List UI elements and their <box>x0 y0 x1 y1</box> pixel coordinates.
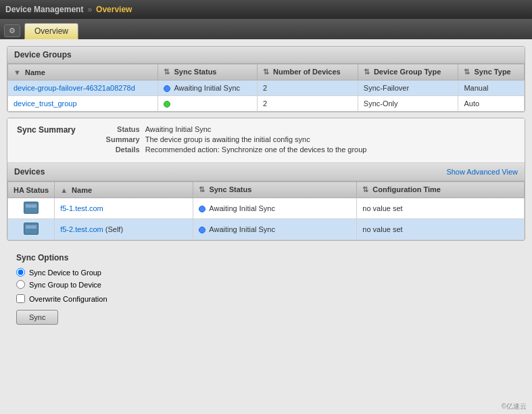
col-name[interactable]: ▼ Name <box>8 64 158 80</box>
radio-sync-device-input[interactable] <box>16 268 25 277</box>
summary-label: Summary <box>96 135 140 143</box>
radio-sync-device-label: Sync Device to Group <box>29 269 101 277</box>
col-sync-status[interactable]: ⇅ Sync Status <box>158 64 258 80</box>
status-dot-icon <box>164 85 170 92</box>
device-group-num-cell: 2 <box>257 96 358 112</box>
device-name-sort-icon: ▲ <box>60 186 68 194</box>
device-group-sync-cell <box>158 96 258 112</box>
details-label: Details <box>96 145 140 154</box>
device-group-name-link[interactable]: device_trust_group <box>14 99 77 108</box>
overwrite-config-label: Overwrite Configuration <box>29 295 107 303</box>
device-groups-card: Device Groups ▼ Name ⇅ Sync Status ⇅ Num… <box>7 46 525 112</box>
nav-separator: » <box>87 5 92 14</box>
radio-sync-group-label: Sync Group to Device <box>29 281 101 289</box>
device-name-link[interactable]: f5-2.test.com <box>60 225 103 233</box>
show-advanced-link[interactable]: Show Advanced View <box>446 168 518 176</box>
config-sort-icon: ⇅ <box>362 185 368 193</box>
synctype-sort-icon: ⇅ <box>464 68 470 76</box>
devices-title: Devices <box>14 167 45 177</box>
device-group-name-cell: device-group-failover-46321a08278d <box>8 80 158 96</box>
col-device-sync[interactable]: ⇅ Sync Status <box>193 182 357 198</box>
sync-options-title: Sync Options <box>16 253 516 262</box>
type-sort-icon: ⇅ <box>364 68 370 76</box>
devices-table: HA Status ▲ Name ⇅ Sync Status ⇅ Configu… <box>7 181 525 240</box>
device-name-cell: f5-2.test.com (Self) <box>55 219 193 240</box>
col-config-time[interactable]: ⇅ Configuration Time <box>357 182 525 198</box>
col-ha-status: HA Status <box>8 182 55 198</box>
radio-sync-group: Sync Group to Device <box>16 280 516 289</box>
status-dot-icon <box>199 227 205 233</box>
device-groups-table: ▼ Name ⇅ Sync Status ⇅ Number of Devices… <box>7 64 525 112</box>
summary-value: The device group is awaiting the initial… <box>145 135 310 143</box>
main-content: Device Groups ▼ Name ⇅ Sync Status ⇅ Num… <box>0 39 532 414</box>
device-group-name-link[interactable]: device-group-failover-46321a08278d <box>14 84 135 92</box>
details-value: Recommended action: Synchronize one of t… <box>145 145 367 154</box>
device-group-sync-cell: Awaiting Initial Sync <box>158 80 258 96</box>
sync-summary-section: Sync Summary Status Awaiting Initial Syn… <box>7 118 525 163</box>
table-row[interactable]: f5-2.test.com (Self)Awaiting Initial Syn… <box>8 219 525 240</box>
device-name-cell: f5-1.test.com <box>55 198 193 219</box>
sync-summary-title: Sync Summary <box>17 125 76 152</box>
sync-button[interactable]: Sync <box>16 310 58 325</box>
device-group-synctype-cell: Manual <box>458 80 525 96</box>
status-label: Status <box>96 125 140 133</box>
ha-status-icon <box>24 202 39 214</box>
col-sync-type[interactable]: ⇅ Sync Type <box>458 64 525 80</box>
table-row[interactable]: device-group-failover-46321a08278dAwaiti… <box>8 80 525 96</box>
ha-status-cell <box>8 219 55 240</box>
top-nav-bar: Device Management » Overview <box>0 0 532 19</box>
devices-header-row: HA Status ▲ Name ⇅ Sync Status ⇅ Configu… <box>8 182 525 198</box>
summary-status-row: Status Awaiting Initial Sync <box>96 125 367 133</box>
table-header-row: ▼ Name ⇅ Sync Status ⇅ Number of Devices… <box>8 64 525 80</box>
status-dot-icon <box>164 101 170 108</box>
device-group-type-cell: Sync-Failover <box>358 80 458 96</box>
overwrite-config-checkbox[interactable] <box>16 294 25 303</box>
device-name-suffix: (Self) <box>103 225 123 233</box>
sync-sort-icon: ⇅ <box>164 68 170 76</box>
table-row[interactable]: f5-1.test.comAwaiting Initial Syncno val… <box>8 198 525 219</box>
config-time-cell: no value set <box>357 198 525 219</box>
radio-sync-device: Sync Device to Group <box>16 268 516 277</box>
device-sync-sort-icon: ⇅ <box>199 185 205 193</box>
ha-status-icon <box>24 223 39 235</box>
col-group-type[interactable]: ⇅ Device Group Type <box>358 64 458 80</box>
tab-overview[interactable]: Overview <box>24 23 78 39</box>
device-group-name-cell: device_trust_group <box>8 96 158 112</box>
config-time-cell: no value set <box>357 219 525 240</box>
num-sort-icon: ⇅ <box>263 68 269 76</box>
status-value: Awaiting Initial Sync <box>145 125 212 133</box>
table-row[interactable]: device_trust_group2Sync-OnlyAuto <box>8 96 525 112</box>
col-device-name[interactable]: ▲ Name <box>55 182 193 198</box>
sync-options-section: Sync Options Sync Device to Group Sync G… <box>7 246 525 331</box>
device-name-link[interactable]: f5-1.test.com <box>60 204 103 212</box>
gear-button[interactable]: ⚙ <box>4 24 20 37</box>
device-sync-cell: Awaiting Initial Sync <box>193 219 357 240</box>
watermark: ©亿速云 <box>502 402 527 411</box>
sync-devices-card: Sync Summary Status Awaiting Initial Syn… <box>7 118 525 241</box>
device-groups-header: Device Groups <box>7 47 525 64</box>
summary-summary-row: Summary The device group is awaiting the… <box>96 135 367 143</box>
nav-section: Device Management <box>5 5 83 14</box>
tab-bar: ⚙ Overview <box>0 19 532 39</box>
device-sync-cell: Awaiting Initial Sync <box>193 198 357 219</box>
name-sort-icon: ▼ <box>14 68 21 76</box>
overwrite-config-row: Overwrite Configuration <box>16 294 516 303</box>
nav-current: Overview <box>96 5 132 14</box>
radio-sync-group-input[interactable] <box>16 280 25 289</box>
device-group-synctype-cell: Auto <box>458 96 525 112</box>
device-group-num-cell: 2 <box>257 80 358 96</box>
ha-status-cell <box>8 198 55 219</box>
col-num-devices[interactable]: ⇅ Number of Devices <box>257 64 358 80</box>
devices-header: Devices Show Advanced View <box>7 163 525 181</box>
status-dot-icon <box>199 206 205 212</box>
device-group-type-cell: Sync-Only <box>358 96 458 112</box>
summary-details-row: Details Recommended action: Synchronize … <box>96 145 367 154</box>
